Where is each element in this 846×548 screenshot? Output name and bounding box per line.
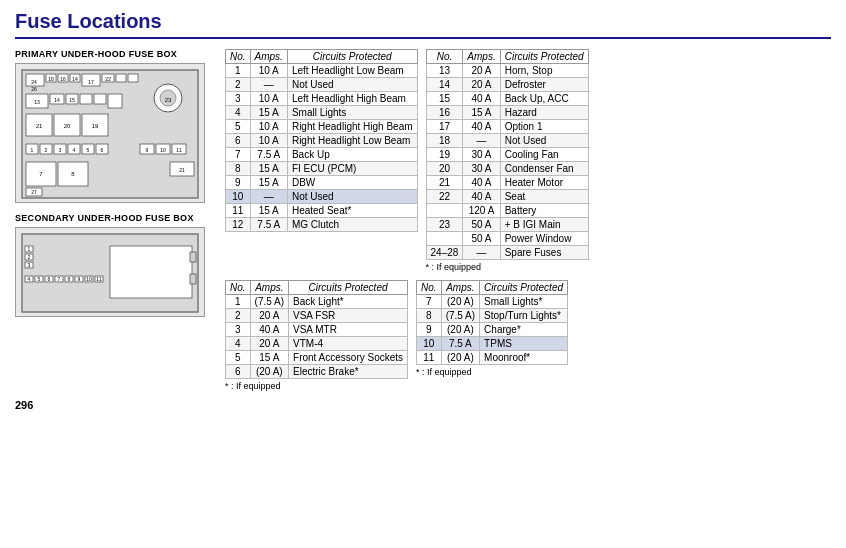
cell-no: 8 [417,309,442,323]
svg-text:4: 4 [73,147,76,153]
cell-amps: 15 A [250,176,287,190]
cell-circuits: Cooling Fan [500,148,588,162]
svg-text:11: 11 [176,147,182,153]
page-number: 296 [15,399,831,411]
svg-text:5: 5 [87,147,90,153]
cell-no: 7 [226,148,251,162]
cell-amps: 50 A [463,232,500,246]
table-row: 610 ARight Headlight Low Beam [226,134,418,148]
main-layout: PRIMARY UNDER-HOOD FUSE BOX 24 26 18 16 [15,49,831,391]
table4-header-amps: Amps. [441,281,479,295]
table-row: 1320 AHorn, Stop [426,64,588,78]
table-row: 340 AVSA MTR [226,323,408,337]
cell-circuits: VSA MTR [289,323,408,337]
table4-header-circuits: Circuits Protected [480,281,568,295]
cell-circuits: Left Headlight High Beam [287,92,417,106]
cell-amps: (20 A) [441,295,479,309]
table-row: 8(7.5 A)Stop/Turn Lights* [417,309,568,323]
cell-circuits: Back Light* [289,295,408,309]
svg-text:17: 17 [88,79,94,85]
cell-amps: 40 A [463,190,500,204]
cell-circuits: Condenser Fan [500,162,588,176]
table3-container: No. Amps. Circuits Protected 1(7.5 A)Bac… [225,280,408,391]
cell-circuits: Power Window [500,232,588,246]
cell-amps: (20 A) [441,351,479,365]
svg-text:14: 14 [72,76,78,82]
cell-no: 11 [417,351,442,365]
cell-no: 16 [426,106,463,120]
table-row: 107.5 ATPMS [417,337,568,351]
right-column: No. Amps. Circuits Protected 110 ALeft H… [225,49,831,391]
cell-no: 14 [426,78,463,92]
cell-amps: (7.5 A) [250,295,288,309]
cell-no: 5 [226,351,251,365]
table-row: 7(20 A)Small Lights* [417,295,568,309]
table-row: 1615 AHazard [426,106,588,120]
primary-fuse-box-diagram: 24 26 18 16 14 17 22 13 14 15 [15,63,205,203]
cell-amps: 20 A [463,78,500,92]
cell-circuits: Back Up [287,148,417,162]
cell-no: 8 [226,162,251,176]
svg-rect-84 [190,252,196,262]
cell-circuits: Not Used [287,78,417,92]
cell-circuits: Battery [500,204,588,218]
svg-rect-85 [190,274,196,284]
table-row: 220 AVSA FSR [226,309,408,323]
table3: No. Amps. Circuits Protected 1(7.5 A)Bac… [225,280,408,379]
table2-container: No. Amps. Circuits Protected 1320 AHorn,… [426,49,589,272]
table-row: 915 ADBW [226,176,418,190]
table-row: 110 ALeft Headlight Low Beam [226,64,418,78]
svg-text:1: 1 [28,246,31,252]
cell-amps: 15 A [250,351,288,365]
table-row: 310 ALeft Headlight High Beam [226,92,418,106]
cell-circuits: Front Accessory Sockets [289,351,408,365]
secondary-box-label: SECONDARY UNDER-HOOD FUSE BOX [15,213,215,223]
table1-container: No. Amps. Circuits Protected 110 ALeft H… [225,49,418,272]
primary-fuse-svg: 24 26 18 16 14 17 22 13 14 15 [20,68,200,200]
table2-header-amps: Amps. [463,50,500,64]
svg-text:11: 11 [96,276,102,282]
cell-amps: 20 A [250,309,288,323]
cell-circuits: Spare Fuses [500,246,588,260]
secondary-fuse-svg: 1 2 3 4 5 6 7 8 9 10 11 [20,232,200,314]
svg-text:19: 19 [92,123,99,129]
svg-text:6: 6 [48,276,51,282]
table-row: 510 ARight Headlight High Beam [226,120,418,134]
svg-text:3: 3 [28,262,31,268]
svg-text:8: 8 [68,276,71,282]
svg-rect-8 [128,74,138,82]
table-row: 24–28—Spare Fuses [426,246,588,260]
tables-bottom: No. Amps. Circuits Protected 1(7.5 A)Bac… [225,280,831,391]
cell-amps: 30 A [463,148,500,162]
cell-no: 2 [226,309,251,323]
cell-circuits: Right Headlight High Beam [287,120,417,134]
secondary-fuse-box-diagram: 1 2 3 4 5 6 7 8 9 10 11 [15,227,205,317]
cell-no: 3 [226,92,251,106]
cell-no: 10 [226,190,251,204]
table3-header-no: No. [226,281,251,295]
cell-amps: 10 A [250,92,287,106]
svg-text:22: 22 [105,76,111,82]
table4-footnote: * : If equipped [416,367,568,377]
cell-circuits: FI ECU (PCM) [287,162,417,176]
table-row: 127.5 AMG Clutch [226,218,418,232]
table2-header-no: No. [426,50,463,64]
cell-amps: 40 A [250,323,288,337]
svg-rect-20 [94,94,106,104]
cell-amps: 50 A [463,218,500,232]
table-row: 9(20 A)Charge* [417,323,568,337]
cell-no: 6 [226,365,251,379]
cell-circuits: Left Headlight Low Beam [287,64,417,78]
table-row: 18—Not Used [426,134,588,148]
cell-amps: (20 A) [441,323,479,337]
cell-no: 4 [226,337,251,351]
cell-no: 22 [426,190,463,204]
cell-no: 13 [426,64,463,78]
table-row: 120 ABattery [426,204,588,218]
cell-amps: 40 A [463,92,500,106]
cell-amps: 15 A [250,106,287,120]
table2-header-circuits: Circuits Protected [500,50,588,64]
cell-amps: 15 A [250,204,287,218]
cell-circuits: Right Headlight Low Beam [287,134,417,148]
cell-amps: 7.5 A [250,148,287,162]
